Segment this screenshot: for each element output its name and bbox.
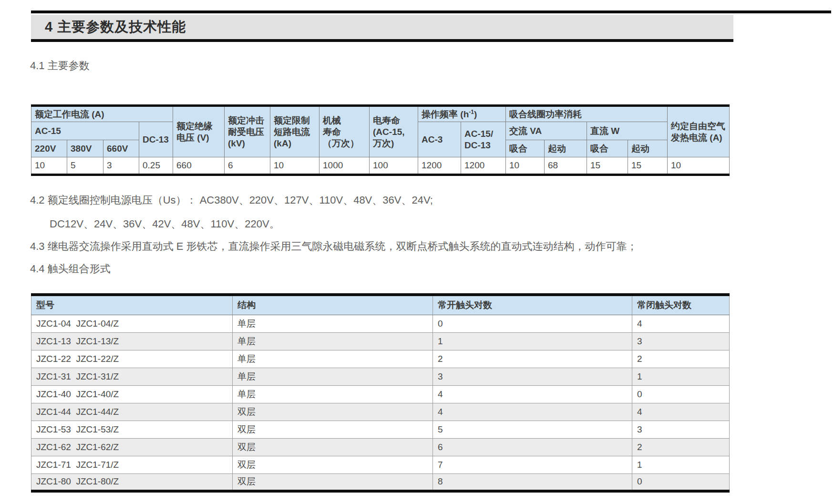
- nc-contacts-cell: 2: [632, 350, 730, 368]
- param-value-cell: 1200: [461, 157, 506, 175]
- th-dc13: DC-13: [139, 122, 173, 157]
- param-value-cell: 0.25: [139, 157, 173, 175]
- contacts-header-row: 型号 结构 常开触头对数 常闭触头对数: [31, 295, 730, 315]
- structure-cell: 双层: [233, 473, 433, 491]
- structure-cell: 双层: [233, 421, 433, 438]
- subsection-4-3-text: 4.3 继电器交流操作采用直动式 E 形铁芯，直流操作采用三气隙永磁电磁系统，双…: [30, 240, 638, 253]
- subsection-4-1-label: 4.1 主要参数: [30, 59, 90, 72]
- th-ac-pickup: 吸合: [506, 140, 545, 157]
- th-ac15: AC-15: [31, 122, 139, 140]
- param-value-cell: 68: [545, 157, 587, 175]
- model-cell: JZC1-22 JZC1-22/Z: [31, 350, 233, 368]
- structure-cell: 单层: [233, 368, 433, 385]
- param-value-cell: 15: [587, 157, 628, 175]
- parameters-table: 额定工作电流 (A) 额定绝缘 电压 (V) 额定冲击 耐受电压 (kV) 额定…: [31, 104, 730, 176]
- table-row: JZC1-71 JZC1-71/Z 双层 7 1: [31, 456, 730, 473]
- no-contacts-cell: 4: [433, 385, 632, 403]
- no-contacts-cell: 5: [433, 421, 632, 438]
- no-contacts-cell: 6: [433, 438, 632, 456]
- param-value-cell: 10: [31, 157, 67, 175]
- param-value-cell: 6: [225, 157, 270, 175]
- th-impulse-voltage: 额定冲击 耐受电压 (kV): [225, 106, 270, 157]
- structure-cell: 双层: [233, 438, 433, 456]
- nc-contacts-cell: 1: [632, 456, 730, 473]
- th-coil-power: 吸合线圈功率消耗: [506, 106, 668, 122]
- table-row: JZC1-22 JZC1-22/Z 单层 2 2: [31, 350, 730, 368]
- th-dc-w: 直流 W: [587, 122, 668, 140]
- subsection-4-2-line1: 4.2 额定线圈控制电源电压（Us）： AC380V、220V、127V、110…: [30, 194, 433, 207]
- structure-cell: 双层: [233, 456, 433, 473]
- no-contacts-cell: 0: [433, 315, 632, 332]
- table-row: JZC1-53 JZC1-53/Z 双层 5 3: [31, 421, 730, 438]
- table-row: JZC1-13 JZC1-13/Z 单层 1 3: [31, 332, 730, 350]
- table-row: JZC1-40 JZC1-40/Z 单层 4 0: [31, 385, 730, 403]
- structure-cell: 单层: [233, 332, 433, 350]
- top-rule: [31, 10, 831, 13]
- th-mechanical-life: 机械 寿命 （万次）: [319, 106, 370, 157]
- structure-cell: 单层: [233, 315, 433, 332]
- th-ac-va: 交流 VA: [506, 122, 587, 140]
- table-row: JZC1-44 JZC1-44/Z 双层 4 4: [31, 403, 730, 421]
- model-cell: JZC1-62 JZC1-62/Z: [31, 438, 233, 456]
- no-contacts-cell: 4: [433, 403, 632, 421]
- th-ac3: AC-3: [418, 122, 461, 157]
- model-cell: JZC1-44 JZC1-44/Z: [31, 403, 233, 421]
- th-dc-pickup: 吸合: [587, 140, 628, 157]
- section-title: 4 主要参数及技术性能: [31, 18, 186, 37]
- nc-contacts-cell: 1: [632, 368, 730, 385]
- param-value-cell: 100: [370, 157, 418, 175]
- params-header-row-1: 额定工作电流 (A) 额定绝缘 电压 (V) 额定冲击 耐受电压 (kV) 额定…: [31, 106, 730, 122]
- th-220v: 220V: [31, 140, 67, 157]
- th-operating-frequency: 操作频率 (h-1): [418, 106, 506, 122]
- model-cell: JZC1-04 JZC1-04/Z: [31, 315, 233, 332]
- table-row: JZC1-31 JZC1-31/Z 单层 3 1: [31, 368, 730, 385]
- contact-combinations-table: 型号 结构 常开触头对数 常闭触头对数 JZC1-04 JZC1-04/Z 单层…: [31, 293, 730, 493]
- model-cell: JZC1-40 JZC1-40/Z: [31, 385, 233, 403]
- no-contacts-cell: 3: [433, 368, 632, 385]
- th-rated-current: 额定工作电流 (A): [31, 106, 173, 122]
- nc-contacts-cell: 0: [632, 385, 730, 403]
- th-dc-start: 起动: [628, 140, 668, 157]
- model-cell: JZC1-71 JZC1-71/Z: [31, 456, 233, 473]
- param-value-cell: 5: [67, 157, 103, 175]
- structure-cell: 单层: [233, 385, 433, 403]
- subsection-4-2-line2: DC12V、24V、36V、42V、48V、110V、220V。: [50, 217, 280, 231]
- th-660v: 660V: [103, 140, 139, 157]
- no-contacts-cell: 8: [433, 473, 632, 491]
- section-header-bar: 4 主要参数及技术性能: [31, 15, 733, 42]
- param-value-cell: 15: [628, 157, 668, 175]
- model-cell: JZC1-31 JZC1-31/Z: [31, 368, 233, 385]
- th-ac15-dc13: AC-15/ DC-13: [461, 122, 506, 157]
- nc-contacts-cell: 3: [632, 421, 730, 438]
- nc-contacts-cell: 2: [632, 438, 730, 456]
- param-value-cell: 3: [103, 157, 139, 175]
- param-value-cell: 1200: [418, 157, 461, 175]
- param-value-cell: 1000: [319, 157, 370, 175]
- subsection-4-4-label: 4.4 触头组合形式: [30, 262, 111, 276]
- nc-contacts-cell: 4: [632, 315, 730, 332]
- datasheet-page: { "header": { "title": "4 主要参数及技术性能" }, …: [0, 0, 834, 504]
- structure-cell: 双层: [233, 403, 433, 421]
- param-value-cell: 10: [668, 157, 730, 175]
- params-value-row: 10 5 3 0.25 660 6 10 1000 100 1200 1200 …: [31, 157, 730, 175]
- table-row: JZC1-62 JZC1-62/Z 双层 6 2: [31, 438, 730, 456]
- model-cell: JZC1-80 JZC1-80/Z: [31, 473, 233, 491]
- nc-contacts-cell: 4: [632, 403, 730, 421]
- th-model: 型号: [31, 295, 233, 315]
- superscript: -1: [469, 108, 474, 115]
- table-row: JZC1-80 JZC1-80/Z 双层 8 0: [31, 473, 730, 491]
- param-value-cell: 660: [173, 157, 225, 175]
- th-no-contacts: 常开触头对数: [433, 295, 632, 315]
- th-ac-start: 起动: [545, 140, 587, 157]
- th-thermal-current: 约定自由空气 发热电流 (A): [668, 106, 730, 157]
- th-380v: 380V: [67, 140, 103, 157]
- param-value-cell: 10: [270, 157, 319, 175]
- no-contacts-cell: 2: [433, 350, 632, 368]
- th-structure: 结构: [233, 295, 433, 315]
- th-nc-contacts: 常闭触头对数: [632, 295, 730, 315]
- structure-cell: 单层: [233, 350, 433, 368]
- th-insulation-voltage: 额定绝缘 电压 (V): [173, 106, 225, 157]
- nc-contacts-cell: 3: [632, 332, 730, 350]
- no-contacts-cell: 1: [433, 332, 632, 350]
- param-value-cell: 10: [506, 157, 545, 175]
